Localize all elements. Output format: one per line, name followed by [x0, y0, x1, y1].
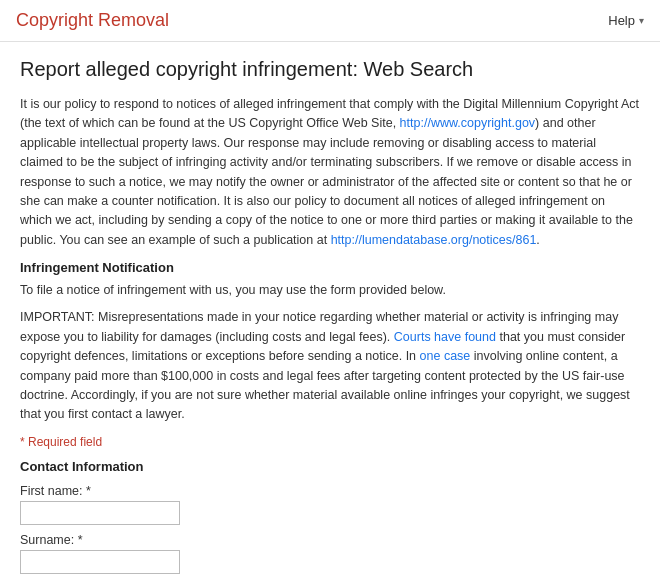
chevron-down-icon: ▾ [639, 15, 644, 26]
courts-link[interactable]: Courts have found [394, 330, 496, 344]
infringement-notification-heading: Infringement Notification [20, 260, 640, 275]
surname-label: Surname: * [20, 533, 640, 547]
app-title: Copyright Removal [16, 10, 169, 31]
header: Copyright Removal Help ▾ [0, 0, 660, 42]
contact-information-heading: Contact Information [20, 459, 640, 474]
intro-text-1c: . [536, 233, 539, 247]
surname-group: Surname: * [20, 533, 640, 574]
page-title: Report alleged copyright infringement: W… [20, 58, 640, 81]
first-name-group: First name: * [20, 484, 640, 525]
copyright-gov-link[interactable]: http://www.copyright.gov [400, 116, 535, 130]
help-label: Help [608, 13, 635, 28]
one-case-link[interactable]: one case [420, 349, 471, 363]
intro-text-1b: ) and other applicable intellectual prop… [20, 116, 633, 246]
surname-input[interactable] [20, 550, 180, 574]
important-text: IMPORTANT: Misrepresentations made in yo… [20, 308, 640, 424]
required-field-note: * Required field [20, 435, 640, 449]
required-asterisk: * [20, 435, 28, 449]
intro-paragraph: It is our policy to respond to notices o… [20, 95, 640, 250]
help-button[interactable]: Help ▾ [608, 13, 644, 28]
first-name-input[interactable] [20, 501, 180, 525]
required-text: Required field [28, 435, 102, 449]
lumendatabase-link[interactable]: http://lumendatabase.org/notices/861 [331, 233, 537, 247]
infringement-text: To file a notice of infringement with us… [20, 281, 640, 300]
main-content: Report alleged copyright infringement: W… [0, 42, 660, 578]
first-name-label: First name: * [20, 484, 640, 498]
